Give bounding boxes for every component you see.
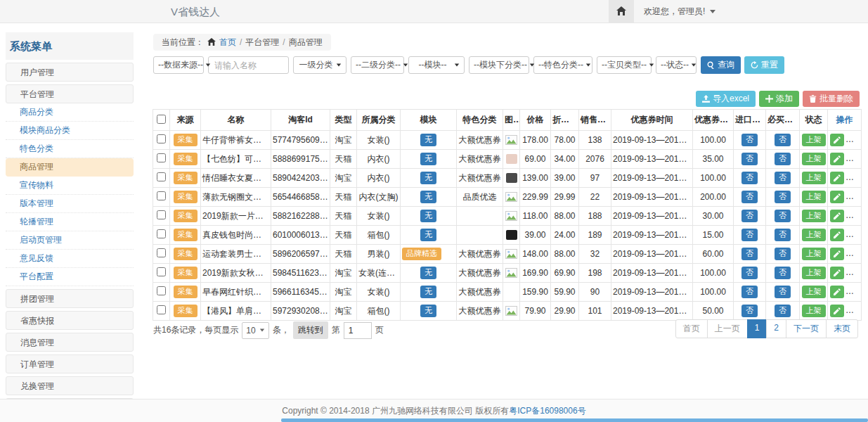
edit-button[interactable] <box>830 286 844 298</box>
row-checkbox[interactable] <box>157 191 166 200</box>
column-header[interactable]: 操作 <box>828 110 862 131</box>
page-button[interactable]: 下一页 <box>786 319 827 338</box>
edit-button[interactable] <box>830 153 844 165</box>
reset-button[interactable]: 重置 <box>744 56 784 74</box>
must-buy-badge[interactable]: 否 <box>775 286 791 298</box>
filter-select[interactable]: --宝贝类型-- <box>597 56 652 74</box>
add-button[interactable]: 添加 <box>759 91 799 107</box>
batch-delete-button[interactable]: 批量删除 <box>803 91 860 107</box>
filter-select[interactable]: --二级分类-- <box>351 56 404 74</box>
filter-select[interactable]: --数据来源-- <box>153 56 204 74</box>
import-pick-badge[interactable]: 否 <box>741 305 758 316</box>
per-page-select[interactable]: 10 <box>242 322 268 339</box>
row-checkbox[interactable] <box>157 267 166 276</box>
import-pick-badge[interactable]: 否 <box>741 248 758 260</box>
sidebar-sub-item[interactable]: 特色分类 <box>6 140 134 158</box>
row-checkbox[interactable] <box>157 172 166 181</box>
must-buy-badge[interactable]: 否 <box>775 248 791 260</box>
page-button[interactable]: 上一页 <box>707 319 748 338</box>
cell-feature: 大额优惠券 <box>457 302 503 321</box>
must-buy-badge[interactable]: 否 <box>775 191 791 203</box>
user-menu[interactable]: 欢迎您，管理员! <box>634 0 725 23</box>
row-checkbox[interactable] <box>157 305 166 314</box>
breadcrumb-item[interactable]: 商品管理 <box>289 37 323 49</box>
sidebar-item-active[interactable]: 商品管理 <box>6 158 134 177</box>
row-checkbox[interactable] <box>157 134 166 143</box>
status-badge[interactable]: 上架 <box>802 286 826 298</box>
select-all-checkbox[interactable] <box>157 115 166 124</box>
breadcrumb-home-link[interactable]: 首页 <box>219 37 236 49</box>
must-buy-badge[interactable]: 否 <box>775 210 791 222</box>
filter-select[interactable]: 一级分类 <box>293 56 346 74</box>
sidebar-sub-item[interactable]: 意见反馈 <box>6 250 134 268</box>
edit-button[interactable] <box>830 191 844 203</box>
must-buy-badge[interactable]: 否 <box>775 305 791 316</box>
row-checkbox[interactable] <box>157 210 166 219</box>
page-button[interactable]: 末页 <box>826 319 858 338</box>
query-button[interactable]: 查询 <box>701 56 741 74</box>
import-pick-badge[interactable]: 否 <box>741 134 758 146</box>
row-checkbox[interactable] <box>157 153 166 162</box>
sidebar-section-item[interactable]: 用户管理 <box>6 63 134 82</box>
import-pick-badge[interactable]: 否 <box>741 229 758 241</box>
page-button[interactable]: 2 <box>766 319 786 338</box>
must-buy-badge[interactable]: 否 <box>775 172 791 184</box>
status-badge[interactable]: 上架 <box>802 134 826 146</box>
import-pick-badge[interactable]: 否 <box>741 210 758 222</box>
edit-button[interactable] <box>830 229 844 241</box>
must-buy-badge[interactable]: 否 <box>775 267 791 279</box>
row-checkbox[interactable] <box>157 248 166 257</box>
import-pick-badge[interactable]: 否 <box>741 153 758 165</box>
edit-button[interactable] <box>830 305 844 317</box>
sidebar-section-item[interactable]: 兑换管理 <box>6 376 134 395</box>
sidebar-section-item[interactable]: 省惠快报 <box>6 311 134 330</box>
page-button-active[interactable]: 1 <box>747 319 767 338</box>
sidebar-sub-item[interactable]: 模块商品分类 <box>6 122 134 140</box>
edit-button[interactable] <box>830 134 844 146</box>
sidebar-sub-item[interactable]: 轮播管理 <box>6 213 134 231</box>
filter-select[interactable]: --特色分类-- <box>533 56 592 74</box>
jump-button[interactable]: 跳转到 <box>293 321 328 339</box>
sidebar-sub-item[interactable]: 启动页管理 <box>6 231 134 250</box>
import-excel-button[interactable]: 导入excel <box>696 91 756 107</box>
edit-button[interactable] <box>830 210 844 222</box>
icp-link[interactable]: 粤ICP备16098006号 <box>509 405 585 417</box>
page-button[interactable]: 首页 <box>675 319 708 338</box>
sidebar-section-item[interactable]: 拼团管理 <box>6 289 134 308</box>
filter-select[interactable]: --模块-- <box>408 56 465 74</box>
status-badge[interactable]: 上架 <box>802 210 826 222</box>
must-buy-badge[interactable]: 否 <box>775 134 791 146</box>
sidebar-section-item[interactable]: 消息管理 <box>6 333 134 352</box>
status-badge[interactable]: 上架 <box>802 172 826 184</box>
status-badge[interactable]: 上架 <box>802 191 826 203</box>
filter-select[interactable]: --状态-- <box>656 56 697 74</box>
horizontal-scrollbar[interactable] <box>281 418 868 422</box>
breadcrumb-item[interactable]: 平台管理 <box>245 37 279 49</box>
sidebar-section-item[interactable]: 平台管理 <box>6 84 134 103</box>
sidebar-sub-item[interactable]: 商品分类 <box>6 103 134 122</box>
import-pick-badge[interactable]: 否 <box>741 172 758 184</box>
row-checkbox[interactable] <box>157 229 166 238</box>
status-badge[interactable]: 上架 <box>802 248 826 260</box>
sidebar-sub-item[interactable]: 宣传物料 <box>6 177 134 195</box>
edit-button[interactable] <box>830 267 844 279</box>
sidebar-sub-item[interactable]: 版本管理 <box>6 195 134 213</box>
edit-button[interactable] <box>830 248 844 260</box>
sidebar-sub-item[interactable]: 平台配置 <box>6 268 134 286</box>
sidebar-section-item[interactable]: 订单管理 <box>6 354 134 373</box>
jump-page-input[interactable] <box>344 322 372 339</box>
edit-button[interactable] <box>830 172 844 184</box>
must-buy-badge[interactable]: 否 <box>775 153 791 165</box>
filter-select[interactable]: --模块下分类-- <box>469 56 529 74</box>
import-pick-badge[interactable]: 否 <box>741 286 758 298</box>
home-button[interactable] <box>609 0 634 23</box>
must-buy-badge[interactable]: 否 <box>775 229 791 241</box>
status-badge[interactable]: 上架 <box>802 305 826 316</box>
status-badge[interactable]: 上架 <box>802 267 826 279</box>
status-badge[interactable]: 上架 <box>802 229 826 241</box>
product-name-input[interactable] <box>208 56 289 74</box>
import-pick-badge[interactable]: 否 <box>741 191 758 203</box>
row-checkbox[interactable] <box>157 286 166 295</box>
status-badge[interactable]: 上架 <box>802 153 826 165</box>
import-pick-badge[interactable]: 否 <box>741 267 758 279</box>
